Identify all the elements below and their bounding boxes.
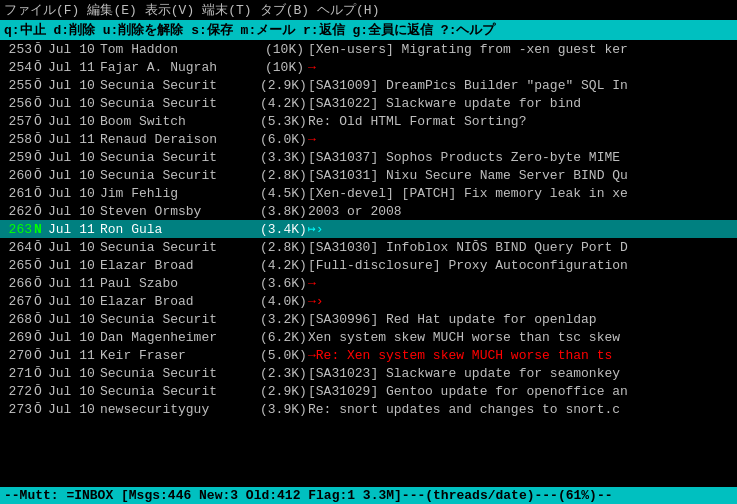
email-size: (6.0K) [260, 132, 308, 147]
menu-item[interactable]: ファイル(F) [4, 1, 79, 19]
table-row[interactable]: 253 Ō Jul 10 Tom Haddon(10K)[Xen-users] … [0, 40, 737, 58]
table-row[interactable]: 267 Ō Jul 10 Elazar Broad(4.0K)→› [0, 292, 737, 310]
email-date: Jul 10 [48, 186, 100, 201]
email-date: Jul 11 [48, 222, 100, 237]
menu-item[interactable]: 表示(V) [145, 1, 194, 19]
table-row[interactable]: 264 Ō Jul 10 Secunia Securit(2.8K)[SA310… [0, 238, 737, 256]
table-row[interactable]: 266 Ō Jul 11 Paul Szabo(3.6K)→ [0, 274, 737, 292]
email-number: 256 [2, 96, 32, 111]
email-size: (3.8K) [260, 204, 308, 219]
table-row[interactable]: 256 Ō Jul 10 Secunia Securit(4.2K)[SA310… [0, 94, 737, 112]
email-subject: → [308, 276, 735, 291]
table-row[interactable]: 257 Ō Jul 10 Boom Switch(5.3K)Re: Old HT… [0, 112, 737, 130]
email-size: (10K) [260, 42, 308, 57]
email-date: Jul 10 [48, 384, 100, 399]
email-subject: ↦› [308, 221, 735, 237]
email-sender: Secunia Securit [100, 168, 260, 183]
email-number: 268 [2, 312, 32, 327]
table-row[interactable]: 272 Ō Jul 10 Secunia Securit(2.9K)[SA310… [0, 382, 737, 400]
email-flag: Ō [34, 96, 48, 111]
email-flag: N [34, 222, 48, 237]
email-date: Jul 11 [48, 348, 100, 363]
email-number: 269 [2, 330, 32, 345]
email-date: Jul 10 [48, 402, 100, 417]
menu-item[interactable]: ヘルプ(H) [317, 1, 379, 19]
table-row[interactable]: 273 Ō Jul 10 newsecurityguy(3.9K)Re: sno… [0, 400, 737, 418]
email-date: Jul 10 [48, 240, 100, 255]
table-row[interactable]: 262 Ō Jul 10 Steven Ormsby(3.8K)2003 or … [0, 202, 737, 220]
email-size: (5.0K) [260, 348, 308, 363]
email-flag: Ō [34, 276, 48, 291]
email-date: Jul 10 [48, 330, 100, 345]
email-size: (4.5K) [260, 186, 308, 201]
email-subject: [SA31030] Infoblox NIŌS BIND Query Port … [308, 240, 735, 255]
email-date: Jul 10 [48, 294, 100, 309]
email-sender: Ron Gula [100, 222, 260, 237]
table-row[interactable]: 265 Ō Jul 10 Elazar Broad(4.2K)[Full-dis… [0, 256, 737, 274]
email-number: 253 [2, 42, 32, 57]
email-sender: Secunia Securit [100, 366, 260, 381]
email-flag: Ō [34, 348, 48, 363]
email-subject: [SA30996] Red Hat update for openldap [308, 312, 735, 327]
email-subject: →› [308, 294, 735, 309]
statusbar: --Mutt: =INBOX [Msgs:446 New:3 Old:412 F… [0, 487, 737, 504]
table-row[interactable]: 268 Ō Jul 10 Secunia Securit(3.2K)[SA309… [0, 310, 737, 328]
email-subject: → [308, 60, 735, 75]
table-row[interactable]: 270 Ō Jul 11 Keir Fraser(5.0K)→Re: Xen s… [0, 346, 737, 364]
email-number: 267 [2, 294, 32, 309]
email-size: (2.9K) [260, 384, 308, 399]
email-flag: Ō [34, 204, 48, 219]
email-list[interactable]: 253 Ō Jul 10 Tom Haddon(10K)[Xen-users] … [0, 40, 737, 487]
table-row[interactable]: 255 Ō Jul 10 Secunia Securit(2.9K)[SA310… [0, 76, 737, 94]
email-sender: Secunia Securit [100, 240, 260, 255]
table-row[interactable]: 263 N Jul 11 Ron Gula(3.4K)↦› [0, 220, 737, 238]
email-flag: Ō [34, 402, 48, 417]
email-sender: Paul Szabo [100, 276, 260, 291]
email-size: (3.2K) [260, 312, 308, 327]
email-size: (6.2K) [260, 330, 308, 345]
email-subject: [SA31031] Nixu Secure Name Server BIND Q… [308, 168, 735, 183]
table-row[interactable]: 271 Ō Jul 10 Secunia Securit(2.3K)[SA310… [0, 364, 737, 382]
table-row[interactable]: 259 Ō Jul 10 Secunia Securit(3.3K)[SA310… [0, 148, 737, 166]
email-sender: Elazar Broad [100, 294, 260, 309]
menu-item[interactable]: タブ(B) [260, 1, 309, 19]
email-number: 266 [2, 276, 32, 291]
email-date: Jul 11 [48, 276, 100, 291]
email-size: (2.8K) [260, 240, 308, 255]
email-subject: [SA31022] Slackware update for bind [308, 96, 735, 111]
email-subject: [SA31037] Sophos Products Zero-byte MIME [308, 150, 735, 165]
email-size: (2.3K) [260, 366, 308, 381]
email-flag: Ō [34, 78, 48, 93]
table-row[interactable]: 260 Ō Jul 10 Secunia Securit(2.8K)[SA310… [0, 166, 737, 184]
email-flag: Ō [34, 384, 48, 399]
email-flag: Ō [34, 168, 48, 183]
table-row[interactable]: 261 Ō Jul 10 Jim Fehlig(4.5K)[Xen-devel]… [0, 184, 737, 202]
email-number: 272 [2, 384, 32, 399]
email-flag: Ō [34, 186, 48, 201]
email-flag: Ō [34, 258, 48, 273]
email-flag: Ō [34, 150, 48, 165]
menu-item[interactable]: 編集(E) [87, 1, 136, 19]
email-subject: Xen system skew MUCH worse than tsc skew [308, 330, 735, 345]
email-sender: Fajar A. Nugrah [100, 60, 260, 75]
email-number: 257 [2, 114, 32, 129]
email-number: 270 [2, 348, 32, 363]
email-sender: Secunia Securit [100, 150, 260, 165]
menu-item[interactable]: 端末(T) [202, 1, 251, 19]
email-date: Jul 10 [48, 168, 100, 183]
email-size: (5.3K) [260, 114, 308, 129]
email-date: Jul 10 [48, 150, 100, 165]
table-row[interactable]: 254 Ō Jul 11 Fajar A. Nugrah(10K)→ [0, 58, 737, 76]
table-row[interactable]: 258 Ō Jul 11 Renaud Deraison(6.0K)→ [0, 130, 737, 148]
email-subject: Re: snort updates and changes to snort.c [308, 402, 735, 417]
email-flag: Ō [34, 240, 48, 255]
email-sender: newsecurityguy [100, 402, 260, 417]
email-flag: Ō [34, 330, 48, 345]
email-size: (10K) [260, 60, 308, 75]
email-date: Jul 10 [48, 42, 100, 57]
email-number: 265 [2, 258, 32, 273]
table-row[interactable]: 269 Ō Jul 10 Dan Magenheimer(6.2K)Xen sy… [0, 328, 737, 346]
email-date: Jul 10 [48, 366, 100, 381]
email-size: (4.2K) [260, 96, 308, 111]
email-flag: Ō [34, 312, 48, 327]
